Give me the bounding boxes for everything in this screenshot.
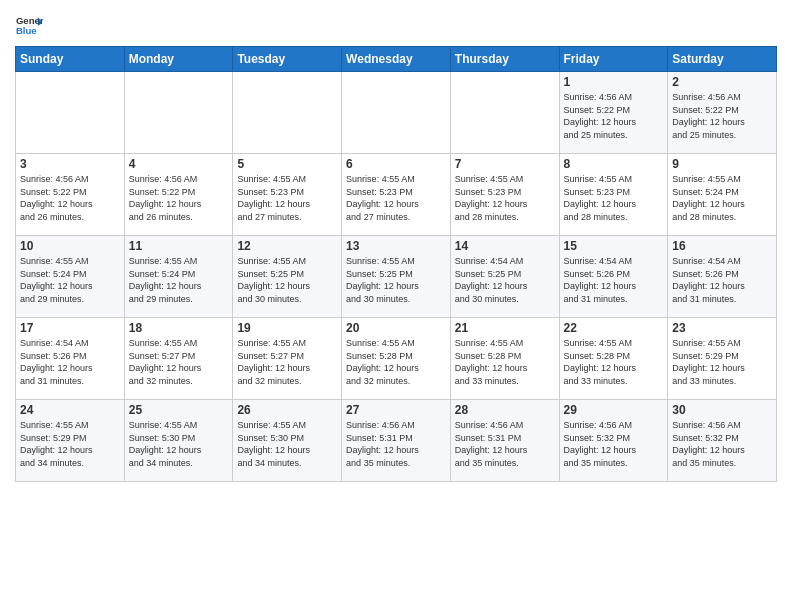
- calendar-cell: 19Sunrise: 4:55 AM Sunset: 5:27 PM Dayli…: [233, 318, 342, 400]
- calendar-cell: [124, 72, 233, 154]
- day-number: 15: [564, 239, 664, 253]
- calendar-cell: 15Sunrise: 4:54 AM Sunset: 5:26 PM Dayli…: [559, 236, 668, 318]
- calendar-cell: 6Sunrise: 4:55 AM Sunset: 5:23 PM Daylig…: [342, 154, 451, 236]
- day-info: Sunrise: 4:55 AM Sunset: 5:30 PM Dayligh…: [237, 419, 337, 469]
- day-info: Sunrise: 4:55 AM Sunset: 5:27 PM Dayligh…: [237, 337, 337, 387]
- day-info: Sunrise: 4:55 AM Sunset: 5:29 PM Dayligh…: [672, 337, 772, 387]
- day-number: 6: [346, 157, 446, 171]
- day-number: 24: [20, 403, 120, 417]
- day-info: Sunrise: 4:56 AM Sunset: 5:32 PM Dayligh…: [564, 419, 664, 469]
- day-number: 21: [455, 321, 555, 335]
- day-number: 30: [672, 403, 772, 417]
- day-number: 17: [20, 321, 120, 335]
- day-info: Sunrise: 4:54 AM Sunset: 5:26 PM Dayligh…: [564, 255, 664, 305]
- weekday-header-sunday: Sunday: [16, 47, 125, 72]
- page: General Blue SundayMondayTuesdayWednesda…: [0, 0, 792, 497]
- day-info: Sunrise: 4:56 AM Sunset: 5:31 PM Dayligh…: [346, 419, 446, 469]
- header: General Blue: [15, 10, 777, 38]
- calendar-cell: 1Sunrise: 4:56 AM Sunset: 5:22 PM Daylig…: [559, 72, 668, 154]
- calendar-cell: 27Sunrise: 4:56 AM Sunset: 5:31 PM Dayli…: [342, 400, 451, 482]
- calendar-cell: 7Sunrise: 4:55 AM Sunset: 5:23 PM Daylig…: [450, 154, 559, 236]
- calendar-cell: 12Sunrise: 4:55 AM Sunset: 5:25 PM Dayli…: [233, 236, 342, 318]
- day-info: Sunrise: 4:55 AM Sunset: 5:30 PM Dayligh…: [129, 419, 229, 469]
- logo-icon: General Blue: [15, 10, 43, 38]
- day-info: Sunrise: 4:55 AM Sunset: 5:24 PM Dayligh…: [129, 255, 229, 305]
- calendar-cell: 26Sunrise: 4:55 AM Sunset: 5:30 PM Dayli…: [233, 400, 342, 482]
- day-info: Sunrise: 4:55 AM Sunset: 5:28 PM Dayligh…: [564, 337, 664, 387]
- calendar-cell: 11Sunrise: 4:55 AM Sunset: 5:24 PM Dayli…: [124, 236, 233, 318]
- day-number: 4: [129, 157, 229, 171]
- day-info: Sunrise: 4:54 AM Sunset: 5:26 PM Dayligh…: [20, 337, 120, 387]
- day-info: Sunrise: 4:55 AM Sunset: 5:23 PM Dayligh…: [455, 173, 555, 223]
- day-info: Sunrise: 4:56 AM Sunset: 5:22 PM Dayligh…: [564, 91, 664, 141]
- day-number: 3: [20, 157, 120, 171]
- day-number: 11: [129, 239, 229, 253]
- weekday-header-friday: Friday: [559, 47, 668, 72]
- day-info: Sunrise: 4:55 AM Sunset: 5:28 PM Dayligh…: [346, 337, 446, 387]
- calendar-cell: 9Sunrise: 4:55 AM Sunset: 5:24 PM Daylig…: [668, 154, 777, 236]
- weekday-header-saturday: Saturday: [668, 47, 777, 72]
- day-info: Sunrise: 4:55 AM Sunset: 5:27 PM Dayligh…: [129, 337, 229, 387]
- day-info: Sunrise: 4:55 AM Sunset: 5:24 PM Dayligh…: [20, 255, 120, 305]
- calendar-cell: 20Sunrise: 4:55 AM Sunset: 5:28 PM Dayli…: [342, 318, 451, 400]
- day-number: 27: [346, 403, 446, 417]
- day-info: Sunrise: 4:55 AM Sunset: 5:23 PM Dayligh…: [237, 173, 337, 223]
- day-info: Sunrise: 4:56 AM Sunset: 5:31 PM Dayligh…: [455, 419, 555, 469]
- day-number: 19: [237, 321, 337, 335]
- day-number: 9: [672, 157, 772, 171]
- day-number: 8: [564, 157, 664, 171]
- day-number: 10: [20, 239, 120, 253]
- day-number: 2: [672, 75, 772, 89]
- day-number: 16: [672, 239, 772, 253]
- calendar-cell: 18Sunrise: 4:55 AM Sunset: 5:27 PM Dayli…: [124, 318, 233, 400]
- calendar-cell: 5Sunrise: 4:55 AM Sunset: 5:23 PM Daylig…: [233, 154, 342, 236]
- weekday-header-wednesday: Wednesday: [342, 47, 451, 72]
- calendar-cell: 30Sunrise: 4:56 AM Sunset: 5:32 PM Dayli…: [668, 400, 777, 482]
- day-number: 20: [346, 321, 446, 335]
- calendar-cell: 28Sunrise: 4:56 AM Sunset: 5:31 PM Dayli…: [450, 400, 559, 482]
- day-info: Sunrise: 4:56 AM Sunset: 5:22 PM Dayligh…: [672, 91, 772, 141]
- day-info: Sunrise: 4:55 AM Sunset: 5:25 PM Dayligh…: [346, 255, 446, 305]
- calendar-cell: 22Sunrise: 4:55 AM Sunset: 5:28 PM Dayli…: [559, 318, 668, 400]
- day-info: Sunrise: 4:55 AM Sunset: 5:25 PM Dayligh…: [237, 255, 337, 305]
- calendar-cell: 21Sunrise: 4:55 AM Sunset: 5:28 PM Dayli…: [450, 318, 559, 400]
- day-number: 12: [237, 239, 337, 253]
- calendar-cell: 13Sunrise: 4:55 AM Sunset: 5:25 PM Dayli…: [342, 236, 451, 318]
- day-number: 28: [455, 403, 555, 417]
- day-number: 13: [346, 239, 446, 253]
- day-info: Sunrise: 4:56 AM Sunset: 5:22 PM Dayligh…: [20, 173, 120, 223]
- day-info: Sunrise: 4:56 AM Sunset: 5:22 PM Dayligh…: [129, 173, 229, 223]
- day-number: 26: [237, 403, 337, 417]
- calendar-cell: 17Sunrise: 4:54 AM Sunset: 5:26 PM Dayli…: [16, 318, 125, 400]
- calendar-cell: 14Sunrise: 4:54 AM Sunset: 5:25 PM Dayli…: [450, 236, 559, 318]
- calendar-cell: 3Sunrise: 4:56 AM Sunset: 5:22 PM Daylig…: [16, 154, 125, 236]
- day-number: 23: [672, 321, 772, 335]
- calendar-cell: 2Sunrise: 4:56 AM Sunset: 5:22 PM Daylig…: [668, 72, 777, 154]
- day-number: 25: [129, 403, 229, 417]
- day-info: Sunrise: 4:55 AM Sunset: 5:24 PM Dayligh…: [672, 173, 772, 223]
- day-number: 22: [564, 321, 664, 335]
- calendar-cell: 4Sunrise: 4:56 AM Sunset: 5:22 PM Daylig…: [124, 154, 233, 236]
- calendar-cell: [342, 72, 451, 154]
- calendar-cell: [233, 72, 342, 154]
- calendar-cell: 10Sunrise: 4:55 AM Sunset: 5:24 PM Dayli…: [16, 236, 125, 318]
- day-number: 5: [237, 157, 337, 171]
- day-number: 18: [129, 321, 229, 335]
- day-info: Sunrise: 4:55 AM Sunset: 5:29 PM Dayligh…: [20, 419, 120, 469]
- day-info: Sunrise: 4:55 AM Sunset: 5:23 PM Dayligh…: [564, 173, 664, 223]
- day-info: Sunrise: 4:54 AM Sunset: 5:26 PM Dayligh…: [672, 255, 772, 305]
- calendar-cell: 29Sunrise: 4:56 AM Sunset: 5:32 PM Dayli…: [559, 400, 668, 482]
- logo: General Blue: [15, 10, 43, 38]
- day-number: 14: [455, 239, 555, 253]
- svg-text:Blue: Blue: [16, 25, 37, 36]
- calendar-cell: [450, 72, 559, 154]
- weekday-header-thursday: Thursday: [450, 47, 559, 72]
- calendar-cell: 8Sunrise: 4:55 AM Sunset: 5:23 PM Daylig…: [559, 154, 668, 236]
- calendar-cell: 23Sunrise: 4:55 AM Sunset: 5:29 PM Dayli…: [668, 318, 777, 400]
- calendar-cell: [16, 72, 125, 154]
- weekday-header-tuesday: Tuesday: [233, 47, 342, 72]
- day-info: Sunrise: 4:54 AM Sunset: 5:25 PM Dayligh…: [455, 255, 555, 305]
- calendar-cell: 25Sunrise: 4:55 AM Sunset: 5:30 PM Dayli…: [124, 400, 233, 482]
- day-info: Sunrise: 4:55 AM Sunset: 5:23 PM Dayligh…: [346, 173, 446, 223]
- calendar-table: SundayMondayTuesdayWednesdayThursdayFrid…: [15, 46, 777, 482]
